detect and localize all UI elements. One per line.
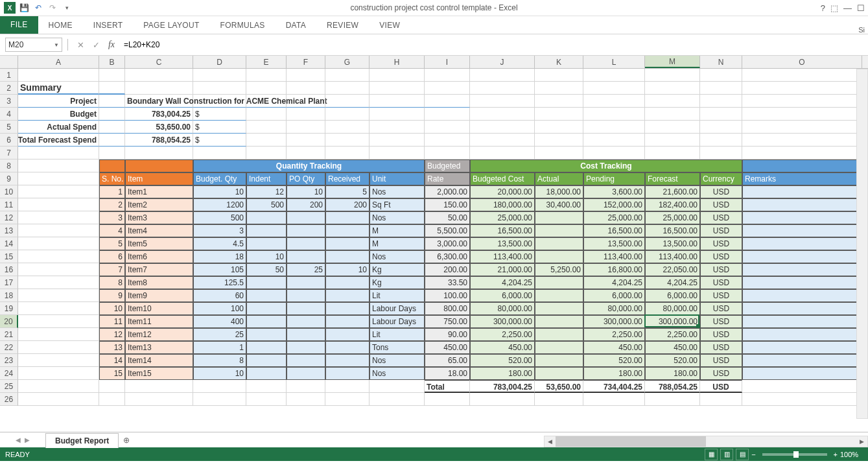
- scroll-left-icon[interactable]: ◀: [545, 436, 556, 447]
- cell-sno[interactable]: 15: [99, 367, 125, 380]
- col-header[interactable]: D: [193, 56, 246, 68]
- cell-budget-qty[interactable]: 60: [193, 289, 246, 302]
- cell-po-qty[interactable]: [287, 250, 325, 263]
- cell[interactable]: [470, 82, 535, 95]
- qat-more-icon[interactable]: ▾: [60, 1, 73, 14]
- cell-remarks[interactable]: [742, 289, 862, 302]
- cell-pending[interactable]: 16,800.00: [583, 263, 645, 276]
- cell-received[interactable]: [325, 237, 369, 250]
- cell[interactable]: [583, 69, 645, 82]
- cell[interactable]: [18, 159, 99, 172]
- col-header[interactable]: I: [425, 56, 470, 68]
- cell-indent[interactable]: [246, 237, 287, 250]
- cell-received[interactable]: [325, 289, 369, 302]
- cell[interactable]: [369, 69, 425, 82]
- cell-received[interactable]: 10: [325, 263, 369, 276]
- cell-item[interactable]: Item7: [125, 263, 193, 276]
- col-header[interactable]: J: [470, 56, 535, 68]
- header-sno[interactable]: [99, 159, 125, 172]
- cell[interactable]: [369, 82, 425, 95]
- cell[interactable]: [645, 69, 700, 82]
- cell[interactable]: [18, 393, 99, 406]
- cell[interactable]: [325, 147, 369, 159]
- cell[interactable]: [325, 108, 369, 121]
- header-currency[interactable]: Currency: [700, 172, 742, 185]
- cell-actual[interactable]: [535, 315, 583, 328]
- cell-budget-qty[interactable]: 1200: [193, 198, 246, 211]
- ribbon-display-icon[interactable]: ⬚: [830, 3, 838, 13]
- cell[interactable]: [287, 380, 325, 393]
- cell-item[interactable]: Item6: [125, 250, 193, 263]
- cell[interactable]: [18, 302, 99, 315]
- cell-unit[interactable]: Kg: [369, 276, 425, 289]
- cell-rate[interactable]: 200.00: [425, 263, 470, 276]
- cell[interactable]: [470, 121, 535, 134]
- cell[interactable]: [18, 289, 99, 302]
- cell-currency[interactable]: USD: [700, 328, 742, 341]
- cell[interactable]: [99, 134, 125, 147]
- cell-actual[interactable]: [535, 224, 583, 237]
- cell[interactable]: [193, 69, 246, 82]
- cell[interactable]: [18, 224, 99, 237]
- cell[interactable]: [18, 147, 99, 159]
- row-header[interactable]: 4: [0, 108, 18, 121]
- cell[interactable]: [287, 147, 325, 159]
- cell-forecast[interactable]: 6,000.00: [645, 289, 700, 302]
- cell-sno[interactable]: 10: [99, 302, 125, 315]
- tab-data[interactable]: DATA: [276, 17, 316, 34]
- cell-item[interactable]: Item15: [125, 367, 193, 380]
- cell-budgeted-cost[interactable]: 113,400.00: [470, 250, 535, 263]
- cell[interactable]: [700, 108, 742, 121]
- cell-remarks[interactable]: [742, 224, 862, 237]
- cell[interactable]: [742, 69, 862, 82]
- col-header[interactable]: N: [700, 56, 742, 68]
- cell-po-qty[interactable]: [287, 224, 325, 237]
- cell-budget-qty[interactable]: 10: [193, 185, 246, 198]
- cell[interactable]: [470, 393, 535, 406]
- cell[interactable]: [535, 108, 583, 121]
- cell-rate[interactable]: 750.00: [425, 315, 470, 328]
- cell[interactable]: [99, 69, 125, 82]
- zoom-slider[interactable]: [762, 453, 827, 456]
- cell[interactable]: [99, 380, 125, 393]
- row-header[interactable]: 26: [0, 393, 18, 406]
- row-header[interactable]: 11: [0, 198, 18, 211]
- tab-formulas[interactable]: FORMULAS: [210, 17, 276, 34]
- cell-currency[interactable]: USD: [700, 289, 742, 302]
- cell[interactable]: [535, 393, 583, 406]
- cell[interactable]: [193, 393, 246, 406]
- cell-remarks[interactable]: [742, 354, 862, 367]
- cell-actual[interactable]: 30,400.00: [535, 198, 583, 211]
- cell-currency[interactable]: USD: [700, 276, 742, 289]
- cell-indent[interactable]: [246, 328, 287, 341]
- cell-pending[interactable]: 2,250.00: [583, 328, 645, 341]
- cell[interactable]: [246, 108, 287, 121]
- cell[interactable]: [700, 147, 742, 159]
- row-header[interactable]: 22: [0, 341, 18, 354]
- col-header[interactable]: L: [583, 56, 645, 68]
- cell-forecast[interactable]: 80,000.00: [645, 302, 700, 315]
- redo-icon[interactable]: ↷: [46, 1, 59, 14]
- cell-total-label[interactable]: Total: [425, 380, 470, 393]
- cell[interactable]: [645, 95, 700, 108]
- cell-forecast[interactable]: 4,204.25: [645, 276, 700, 289]
- cell-remarks[interactable]: [742, 185, 862, 198]
- cell-item[interactable]: Item1: [125, 185, 193, 198]
- cell-rate[interactable]: 3,000.00: [425, 237, 470, 250]
- cell-unit[interactable]: Tons: [369, 341, 425, 354]
- cell-currency[interactable]: USD: [700, 354, 742, 367]
- summary-actual-label[interactable]: Actual Spend: [18, 121, 99, 134]
- cell-unit[interactable]: Labour Days: [369, 302, 425, 315]
- summary-actual-value[interactable]: 53,650.00: [125, 121, 193, 134]
- col-header[interactable]: C: [125, 56, 193, 68]
- tab-file[interactable]: FILE: [0, 16, 38, 34]
- cell[interactable]: [369, 380, 425, 393]
- cell[interactable]: [99, 393, 125, 406]
- cell[interactable]: [287, 69, 325, 82]
- col-header[interactable]: E: [246, 56, 287, 68]
- scroll-thumb[interactable]: [556, 436, 706, 447]
- cell-item[interactable]: Item9: [125, 289, 193, 302]
- cell[interactable]: [535, 134, 583, 147]
- minimize-icon[interactable]: —: [843, 3, 852, 13]
- cell[interactable]: [287, 108, 325, 121]
